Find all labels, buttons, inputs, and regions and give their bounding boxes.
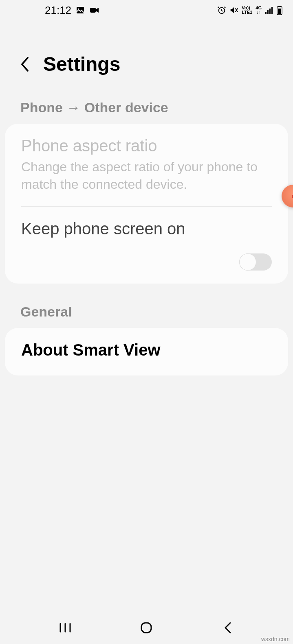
svg-point-1 xyxy=(78,9,79,10)
status-right-group: Vo))LTE1 4G↓↑ xyxy=(217,5,283,15)
about-smart-view-title: About Smart View xyxy=(21,341,272,359)
svg-rect-9 xyxy=(278,6,281,7)
page-header: Settings xyxy=(0,20,293,100)
phone-aspect-ratio-item[interactable]: Phone aspect ratio Change the aspect rat… xyxy=(5,124,288,206)
section-header-general: General xyxy=(0,304,293,328)
volte-indicator: Vo))LTE1 xyxy=(242,6,252,15)
signal-icon xyxy=(265,6,273,14)
nav-home-button[interactable] xyxy=(134,616,159,640)
status-bar: 21:12 Vo))LTE1 4G↓↑ xyxy=(0,0,293,20)
alarm-icon xyxy=(217,6,226,15)
video-icon xyxy=(89,5,100,15)
status-left-group: 21:12 xyxy=(45,4,100,17)
keep-screen-on-item[interactable]: Keep phone screen on xyxy=(5,207,288,284)
general-card: About Smart View xyxy=(5,328,288,375)
battery-icon xyxy=(276,5,283,15)
aspect-ratio-subtitle: Change the aspect ratio of your phone to… xyxy=(21,158,272,193)
page-title: Settings xyxy=(43,53,120,75)
back-button[interactable] xyxy=(20,55,31,73)
section-header-phone-other: Phone → Other device xyxy=(0,100,293,124)
toggle-knob xyxy=(239,253,256,271)
picture-icon xyxy=(75,5,85,15)
nav-recents-button[interactable] xyxy=(53,616,77,640)
aspect-ratio-title: Phone aspect ratio xyxy=(21,137,272,155)
svg-rect-6 xyxy=(269,9,271,14)
nav-back-button[interactable] xyxy=(216,616,240,640)
keep-screen-on-toggle[interactable] xyxy=(239,253,272,271)
svg-rect-2 xyxy=(90,8,96,13)
phone-other-device-card: Phone aspect ratio Change the aspect rat… xyxy=(5,124,288,284)
svg-rect-7 xyxy=(271,7,273,14)
watermark: wsxdn.com xyxy=(261,636,290,642)
svg-rect-14 xyxy=(141,623,151,633)
svg-rect-10 xyxy=(278,9,281,14)
svg-rect-5 xyxy=(267,10,269,14)
status-time: 21:12 xyxy=(45,4,71,17)
mute-icon xyxy=(229,6,238,15)
navigation-bar xyxy=(0,611,293,644)
keep-screen-on-title: Keep phone screen on xyxy=(21,220,185,238)
svg-rect-4 xyxy=(265,12,267,14)
network-4g-indicator: 4G↓↑ xyxy=(256,6,262,15)
about-smart-view-item[interactable]: About Smart View xyxy=(5,328,288,375)
